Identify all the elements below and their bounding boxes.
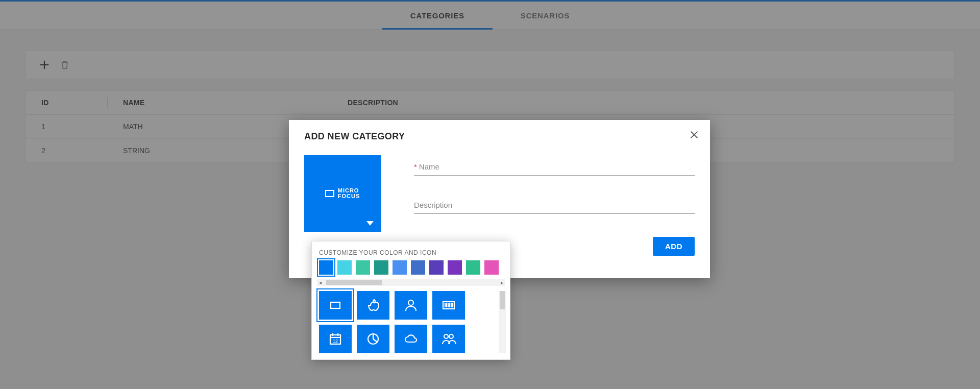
apple-icon [365,297,381,313]
people-icon [440,331,457,347]
svg-line-20 [373,339,377,342]
description-field-wrapper: Description [414,199,695,214]
scroll-thumb[interactable] [326,280,382,285]
icon-option-calendar[interactable]: 12 [319,325,352,353]
color-swatch[interactable] [429,260,444,275]
color-swatch[interactable] [393,260,407,275]
icon-option-person[interactable] [395,291,427,320]
scroll-thumb[interactable] [500,291,505,309]
icon-option-microfocus[interactable] [319,291,352,320]
icon-option-people[interactable] [432,325,465,353]
cloud-icon [403,331,419,347]
icon-grid: 12 [319,291,465,353]
color-swatch[interactable] [337,260,352,275]
name-field-wrapper: *Name [414,160,695,176]
svg-point-21 [444,334,448,338]
customize-popover: CUSTOMIZE YOUR COLOR AND ICON ◂ ▸ [311,241,510,360]
category-preview-tile[interactable]: MICRO FOCUS [304,155,381,232]
calendar-icon: 12 [327,331,344,347]
scroll-left-icon[interactable]: ◂ [317,280,323,285]
scroll-right-icon[interactable]: ▸ [499,280,505,285]
close-icon[interactable] [689,129,700,140]
icon-scrollbar[interactable] [499,291,506,353]
color-swatch[interactable] [448,260,462,275]
color-swatches [312,260,510,278]
color-swatch[interactable] [466,260,480,275]
color-swatch[interactable] [374,260,388,275]
chevron-down-icon [366,221,374,226]
logo-line2: FOCUS [338,193,360,199]
description-input[interactable] [414,199,695,214]
color-swatch[interactable] [484,260,499,275]
dialog-title: ADD NEW CATEGORY [304,131,695,142]
color-swatch[interactable] [411,260,425,275]
microfocus-icon [327,297,344,313]
pie-icon [365,331,381,347]
svg-point-5 [408,300,413,305]
icon-option-cloud[interactable] [395,325,427,353]
color-swatch[interactable] [319,260,333,275]
name-input[interactable] [414,160,695,176]
microfocus-icon: MICRO FOCUS [325,188,360,199]
popover-title: CUSTOMIZE YOUR COLOR AND ICON [312,248,510,260]
svg-text:12: 12 [333,338,338,344]
person-icon [403,297,419,313]
barcode-icon [440,297,457,313]
add-button[interactable]: ADD [653,237,695,256]
svg-point-22 [449,334,453,338]
color-swatch[interactable] [356,260,370,275]
color-scrollbar[interactable]: ◂ ▸ [317,279,505,286]
svg-rect-4 [331,302,340,308]
icon-option-barcode[interactable] [432,291,465,320]
icon-option-pie[interactable] [357,325,389,353]
icon-option-apple[interactable] [357,291,389,320]
